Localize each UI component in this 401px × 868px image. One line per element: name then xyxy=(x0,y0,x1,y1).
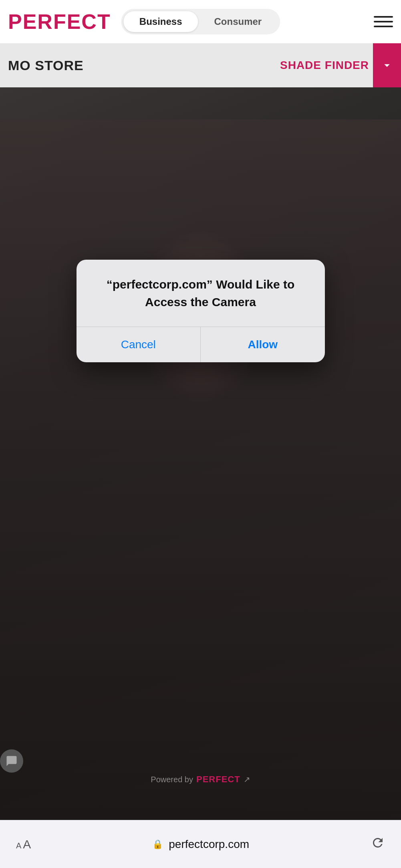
shade-finder-label: SHADE FINDER xyxy=(280,59,369,72)
hamburger-menu-icon[interactable] xyxy=(374,12,393,31)
hamburger-line-1 xyxy=(374,16,393,18)
chevron-down-icon xyxy=(381,59,393,72)
dialog-buttons: Cancel Allow xyxy=(77,327,325,362)
shade-finder-button[interactable]: SHADE FINDER xyxy=(280,43,401,87)
toggle-group: Business Consumer xyxy=(121,9,280,34)
url-text: perfectcorp.com xyxy=(169,838,249,851)
browser-bar: A A 🔒 perfectcorp.com xyxy=(0,820,401,868)
font-large-label: A xyxy=(23,838,31,851)
nav-bar: PERFECT Business Consumer xyxy=(0,0,401,43)
browser-url-display[interactable]: 🔒 perfectcorp.com xyxy=(152,838,249,851)
logo-area: PERFECT xyxy=(0,10,111,34)
permission-dialog: “perfectcorp.com” Would Like to Access t… xyxy=(77,260,325,362)
font-size-control[interactable]: A A xyxy=(16,838,31,851)
font-small-label: A xyxy=(16,841,21,850)
refresh-icon xyxy=(371,836,385,850)
dialog-message: “perfectcorp.com” Would Like to Access t… xyxy=(77,260,325,327)
store-label: MO STORE xyxy=(0,58,84,73)
hamburger-line-2 xyxy=(374,21,393,22)
dialog-overlay: “perfectcorp.com” Would Like to Access t… xyxy=(0,87,401,825)
refresh-button[interactable] xyxy=(371,836,385,853)
second-bar: MO STORE SHADE FINDER xyxy=(0,43,401,87)
main-content: “perfectcorp.com” Would Like to Access t… xyxy=(0,87,401,825)
lock-icon: 🔒 xyxy=(152,839,163,850)
dialog-cancel-button[interactable]: Cancel xyxy=(77,327,201,362)
logo-text: PERFECT xyxy=(0,10,111,34)
hamburger-line-3 xyxy=(374,26,393,27)
business-toggle-button[interactable]: Business xyxy=(123,11,198,32)
shade-finder-icon xyxy=(373,43,401,87)
dialog-allow-button[interactable]: Allow xyxy=(201,327,325,362)
consumer-toggle-button[interactable]: Consumer xyxy=(198,11,278,32)
